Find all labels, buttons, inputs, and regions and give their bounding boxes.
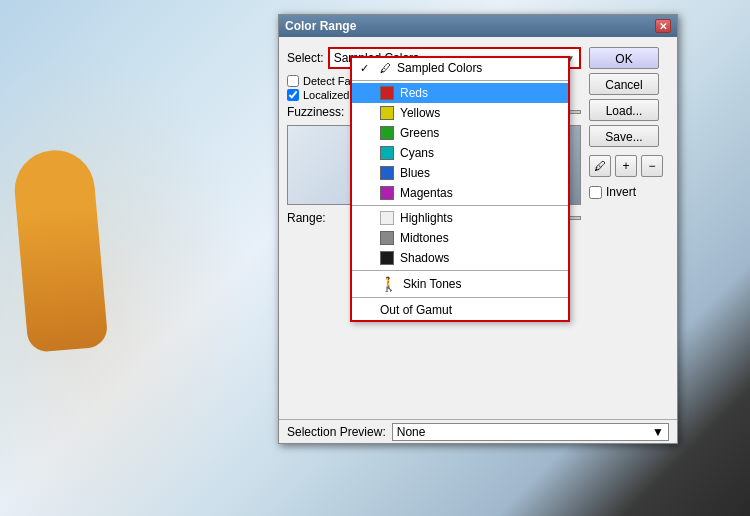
menu-item-midtones[interactable]: Midtones	[352, 228, 568, 248]
eyedropper-add-button[interactable]: +	[615, 155, 637, 177]
magentas-swatch	[380, 186, 394, 200]
menu-item-cyans[interactable]: Cyans	[352, 143, 568, 163]
invert-checkbox[interactable]	[589, 186, 602, 199]
load-button[interactable]: Load...	[589, 99, 659, 121]
menu-item-highlights[interactable]: Highlights	[352, 208, 568, 228]
menu-label-sampled-colors: Sampled Colors	[397, 61, 482, 75]
dialog-right-panel: OK Cancel Load... Save... 🖊 + − Invert	[589, 47, 669, 231]
menu-label-reds: Reds	[400, 86, 428, 100]
cancel-button[interactable]: Cancel	[589, 73, 659, 95]
menu-divider-2	[352, 205, 568, 206]
menu-label-midtones: Midtones	[400, 231, 449, 245]
menu-label-magentas: Magentas	[400, 186, 453, 200]
shadows-swatch	[380, 251, 394, 265]
close-button[interactable]: ✕	[655, 19, 671, 33]
selection-preview-arrow-icon: ▼	[652, 425, 664, 439]
menu-item-reds[interactable]: Reds	[352, 83, 568, 103]
menu-label-skin-tones: Skin Tones	[403, 277, 461, 291]
selection-preview-value: None	[397, 425, 426, 439]
menu-label-cyans: Cyans	[400, 146, 434, 160]
eyedropper-row: 🖊 + −	[589, 155, 669, 177]
menu-item-greens[interactable]: Greens	[352, 123, 568, 143]
eyedropper-subtract-button[interactable]: −	[641, 155, 663, 177]
menu-item-yellows[interactable]: Yellows	[352, 103, 568, 123]
checkmark-icon: ✓	[360, 62, 374, 75]
menu-item-skin-tones[interactable]: 🚶 Skin Tones	[352, 273, 568, 295]
menu-label-blues: Blues	[400, 166, 430, 180]
eyedropper-small-icon: 🖊	[380, 62, 391, 74]
midtones-swatch	[380, 231, 394, 245]
save-button[interactable]: Save...	[589, 125, 659, 147]
blues-swatch	[380, 166, 394, 180]
menu-label-shadows: Shadows	[400, 251, 449, 265]
menu-divider-4	[352, 297, 568, 298]
cyans-swatch	[380, 146, 394, 160]
selection-preview-row: Selection Preview: None ▼	[279, 419, 677, 443]
reds-swatch	[380, 86, 394, 100]
detect-faces-checkbox[interactable]	[287, 75, 299, 87]
greens-swatch	[380, 126, 394, 140]
dialog-titlebar: Color Range ✕	[279, 15, 677, 37]
menu-label-greens: Greens	[400, 126, 439, 140]
select-label: Select:	[287, 51, 324, 65]
invert-label: Invert	[606, 185, 636, 199]
menu-label-yellows: Yellows	[400, 106, 440, 120]
dialog-title: Color Range	[285, 19, 356, 33]
menu-divider-3	[352, 270, 568, 271]
menu-label-out-of-gamut: Out of Gamut	[380, 303, 452, 317]
invert-row: Invert	[589, 185, 669, 199]
menu-item-out-of-gamut[interactable]: Out of Gamut	[352, 300, 568, 320]
menu-item-magentas[interactable]: Magentas	[352, 183, 568, 203]
selection-preview-dropdown[interactable]: None ▼	[392, 423, 669, 441]
ok-button[interactable]: OK	[589, 47, 659, 69]
skin-tones-icon: 🚶	[380, 276, 397, 292]
localized-checkbox[interactable]	[287, 89, 299, 101]
yellows-swatch	[380, 106, 394, 120]
menu-label-highlights: Highlights	[400, 211, 453, 225]
menu-item-blues[interactable]: Blues	[352, 163, 568, 183]
menu-item-shadows[interactable]: Shadows	[352, 248, 568, 268]
menu-divider-1	[352, 80, 568, 81]
select-dropdown-menu: ✓ 🖊 Sampled Colors Reds Yellows Greens C…	[350, 56, 570, 322]
selection-preview-label: Selection Preview:	[287, 425, 386, 439]
eyedropper-button[interactable]: 🖊	[589, 155, 611, 177]
menu-item-sampled-colors[interactable]: ✓ 🖊 Sampled Colors	[352, 58, 568, 78]
highlights-swatch	[380, 211, 394, 225]
